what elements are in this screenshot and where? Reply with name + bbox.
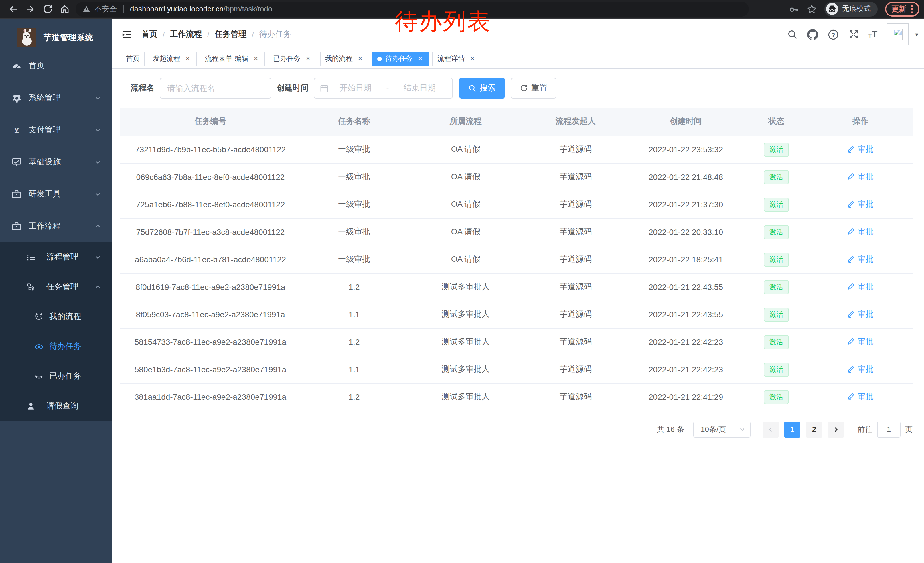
table-row: 58154733-7ac8-11ec-a9e2-a2380e71991a 1.2…: [120, 328, 912, 356]
search-button[interactable]: 搜索: [459, 78, 505, 99]
breadcrumb-separator: /: [252, 30, 254, 39]
table-row: 8f0d1619-7ac8-11ec-a9e2-a2380e71991a 1.2…: [120, 273, 912, 301]
tasks-table: 任务编号任务名称所属流程流程发起人创建时间状态操作 73211d9d-7b9b-…: [120, 108, 912, 411]
avatar[interactable]: [887, 24, 909, 45]
browser-reload-button[interactable]: [39, 2, 56, 17]
page-number-button[interactable]: 1: [784, 421, 800, 437]
tags-view: 首页发起流程×流程表单-编辑×已办任务×我的流程×待办任务×流程详情×: [112, 49, 924, 69]
page-number-button[interactable]: 2: [806, 421, 822, 437]
approve-link[interactable]: 审批: [847, 282, 874, 292]
tab-close-icon[interactable]: ×: [184, 55, 192, 63]
app-logo-row[interactable]: 芋道管理系统: [0, 20, 112, 50]
browser-home-button[interactable]: [56, 2, 73, 17]
approve-link[interactable]: 审批: [847, 172, 874, 182]
breadcrumb-separator: /: [207, 30, 210, 39]
approve-link[interactable]: 审批: [847, 227, 874, 237]
page-size-select[interactable]: 10条/页: [693, 421, 750, 437]
sidebar-item-done-tasks[interactable]: 已办任务: [0, 362, 112, 391]
tab-close-icon[interactable]: ×: [252, 55, 260, 63]
goto-page-input[interactable]: [877, 421, 900, 437]
status-badge: 激活: [764, 390, 789, 404]
github-icon[interactable]: [807, 29, 818, 40]
tab-close-icon[interactable]: ×: [416, 55, 424, 63]
refresh-icon: [520, 84, 528, 92]
sidebar-collapse-button[interactable]: [116, 24, 137, 45]
tab[interactable]: 流程详情×: [432, 51, 482, 66]
tab-close-icon[interactable]: ×: [356, 55, 364, 63]
tab-close-icon[interactable]: ×: [304, 55, 312, 63]
font-size-icon[interactable]: TT: [868, 30, 878, 39]
approve-link[interactable]: 审批: [847, 254, 874, 264]
dashboard-icon: [12, 61, 22, 71]
sidebar-item-infrastructure[interactable]: 基础设施: [0, 146, 112, 178]
sidebar-item-home[interactable]: 首页: [0, 50, 112, 82]
edit-pencil-icon: [847, 228, 855, 236]
sidebar-item-payment[interactable]: ¥ 支付管理: [0, 114, 112, 146]
status-badge: 激活: [764, 252, 789, 267]
tab[interactable]: 发起流程×: [148, 51, 197, 66]
tab[interactable]: 我的流程×: [320, 51, 369, 66]
approve-link[interactable]: 审批: [847, 392, 874, 402]
approve-link[interactable]: 审批: [847, 309, 874, 320]
sidebar-item-label: 系统管理: [28, 93, 61, 103]
table-body: 73211d9d-7b9b-11ec-b5b7-acde48001122 一级审…: [120, 136, 912, 411]
sidebar-item-workflow[interactable]: 工作流程: [0, 210, 112, 242]
filter-bar: 流程名 创建时间 开始日期 - 结束日期 搜索 重置: [130, 78, 912, 99]
fullscreen-icon[interactable]: [848, 29, 858, 39]
home-icon: [60, 4, 70, 14]
sidebar-item-devtools[interactable]: 研发工具: [0, 178, 112, 210]
tab[interactable]: 首页: [121, 51, 145, 66]
reset-button[interactable]: 重置: [511, 78, 556, 99]
breadcrumb-home[interactable]: 首页: [141, 29, 158, 39]
key-icon[interactable]: [789, 4, 799, 14]
sidebar-item-leave-query[interactable]: 请假查询: [0, 391, 112, 421]
goto-page: 前往 页: [858, 421, 912, 437]
search-icon[interactable]: [787, 29, 797, 39]
bookmark-star-icon[interactable]: [807, 4, 817, 14]
task-id-cell: 8f0d1619-7ac8-11ec-a9e2-a2380e71991a: [120, 273, 300, 301]
sidebar-item-task-management[interactable]: 任务管理: [0, 272, 112, 302]
sidebar-item-process-management[interactable]: 流程管理: [0, 242, 112, 272]
browser-update-button[interactable]: 更新: [885, 2, 920, 17]
chevron-right-icon: [832, 426, 839, 433]
approve-link[interactable]: 审批: [847, 364, 874, 375]
edit-pencil-icon: [847, 393, 855, 401]
approve-label: 审批: [858, 392, 874, 402]
caret-down-icon[interactable]: ▾: [915, 31, 918, 38]
next-page-button[interactable]: [828, 421, 844, 437]
incognito-badge: 无痕模式: [824, 2, 878, 17]
browser-menu-dots-icon[interactable]: [911, 4, 913, 14]
table-header-cell: 流程发起人: [524, 108, 627, 136]
breadcrumb-workflow[interactable]: 工作流程: [170, 29, 202, 39]
table-row: 580e1b3d-7ac8-11ec-a9e2-a2380e71991a 1.1…: [120, 356, 912, 383]
browser-back-button[interactable]: [4, 2, 22, 17]
prev-page-button[interactable]: [762, 421, 778, 437]
breadcrumb-task-management[interactable]: 任务管理: [214, 29, 247, 39]
sidebar-item-my-process[interactable]: 我的流程: [0, 302, 112, 332]
task-id-cell: a6aba0a4-7b6d-11ec-b781-acde48001122: [120, 246, 300, 273]
approve-link[interactable]: 审批: [847, 144, 874, 155]
sidebar-item-label: 任务管理: [46, 282, 78, 292]
approve-label: 审批: [858, 309, 874, 320]
help-icon[interactable]: ?: [828, 29, 838, 40]
approve-link[interactable]: 审批: [847, 337, 874, 347]
arrow-right-icon: [25, 4, 36, 14]
approve-link[interactable]: 审批: [847, 199, 874, 210]
table-header-cell: 任务名称: [300, 108, 408, 136]
task-id-cell: 381aa1dd-7ac8-11ec-a9e2-a2380e71991a: [120, 383, 300, 411]
tab-label: 发起流程: [153, 54, 180, 63]
sidebar-item-todo-tasks[interactable]: 待办任务: [0, 332, 112, 362]
date-range-picker[interactable]: 开始日期 - 结束日期: [314, 78, 453, 99]
table-header-cell: 创建时间: [627, 108, 744, 136]
tab[interactable]: 待办任务×: [372, 51, 429, 66]
browser-forward-button[interactable]: [22, 2, 39, 17]
task-id-cell: 725a1eb6-7b88-11ec-8ef0-acde48001122: [120, 191, 300, 218]
process-name-input[interactable]: [160, 78, 272, 99]
sidebar-item-system[interactable]: 系统管理: [0, 82, 112, 114]
breadcrumb-separator: /: [163, 30, 165, 39]
tab[interactable]: 已办任务×: [268, 51, 317, 66]
tab[interactable]: 流程表单-编辑×: [200, 51, 265, 66]
edit-pencil-icon: [847, 366, 855, 373]
edit-pencil-icon: [847, 311, 855, 318]
tab-close-icon[interactable]: ×: [468, 55, 476, 63]
